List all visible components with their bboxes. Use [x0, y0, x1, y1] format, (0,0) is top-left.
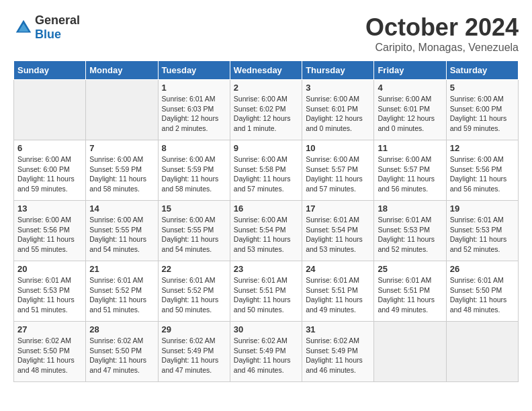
day-number: 26 — [450, 264, 515, 274]
calendar-cell: 28Sunrise: 6:02 AM Sunset: 5:50 PM Dayli… — [86, 322, 158, 382]
week-row-2: 6Sunrise: 6:00 AM Sunset: 6:00 PM Daylig… — [14, 140, 519, 201]
day-number: 2 — [234, 83, 298, 93]
day-info: Sunrise: 6:00 AM Sunset: 6:01 PM Dayligh… — [378, 94, 442, 134]
day-info: Sunrise: 6:01 AM Sunset: 5:53 PM Dayligh… — [450, 215, 515, 255]
day-number: 24 — [306, 264, 370, 274]
day-number: 15 — [162, 203, 226, 214]
day-header-sunday: Sunday — [14, 61, 86, 80]
calendar-cell: 21Sunrise: 6:01 AM Sunset: 5:52 PM Dayli… — [86, 261, 158, 322]
day-number: 31 — [306, 324, 370, 334]
day-number: 3 — [306, 83, 370, 93]
day-header-friday: Friday — [374, 61, 446, 80]
calendar-cell: 3Sunrise: 6:00 AM Sunset: 6:01 PM Daylig… — [302, 80, 374, 140]
day-number: 19 — [450, 203, 515, 214]
calendar-cell: 14Sunrise: 6:00 AM Sunset: 5:55 PM Dayli… — [86, 201, 158, 261]
day-number: 22 — [162, 264, 226, 274]
day-number: 9 — [234, 143, 298, 153]
day-info: Sunrise: 6:00 AM Sunset: 5:57 PM Dayligh… — [306, 154, 370, 194]
calendar-cell — [86, 80, 158, 140]
day-number: 23 — [234, 264, 298, 274]
calendar-cell: 30Sunrise: 6:02 AM Sunset: 5:49 PM Dayli… — [230, 322, 302, 382]
day-info: Sunrise: 6:00 AM Sunset: 5:55 PM Dayligh… — [89, 215, 154, 255]
calendar-cell: 6Sunrise: 6:00 AM Sunset: 6:00 PM Daylig… — [14, 140, 86, 201]
day-info: Sunrise: 6:01 AM Sunset: 5:51 PM Dayligh… — [234, 275, 298, 315]
logo-icon — [13, 17, 34, 38]
calendar-cell — [446, 322, 518, 382]
day-number: 30 — [234, 324, 298, 334]
calendar-cell: 4Sunrise: 6:00 AM Sunset: 6:01 PM Daylig… — [374, 80, 446, 140]
day-number: 21 — [89, 264, 154, 274]
day-info: Sunrise: 6:01 AM Sunset: 5:52 PM Dayligh… — [89, 275, 154, 315]
title-area: October 2024 Caripito, Monagas, Venezuel… — [365, 13, 519, 54]
day-info: Sunrise: 6:02 AM Sunset: 5:50 PM Dayligh… — [89, 336, 154, 375]
day-number: 25 — [378, 264, 442, 274]
calendar-cell: 20Sunrise: 6:01 AM Sunset: 5:53 PM Dayli… — [14, 261, 86, 322]
calendar-cell: 29Sunrise: 6:02 AM Sunset: 5:49 PM Dayli… — [158, 322, 230, 382]
calendar-cell — [374, 322, 446, 382]
day-info: Sunrise: 6:00 AM Sunset: 5:54 PM Dayligh… — [234, 215, 298, 255]
calendar-cell: 17Sunrise: 6:01 AM Sunset: 5:54 PM Dayli… — [302, 201, 374, 261]
calendar-cell: 13Sunrise: 6:00 AM Sunset: 5:56 PM Dayli… — [14, 201, 86, 261]
day-number: 11 — [378, 143, 442, 153]
calendar-cell: 10Sunrise: 6:00 AM Sunset: 5:57 PM Dayli… — [302, 140, 374, 201]
day-info: Sunrise: 6:01 AM Sunset: 5:52 PM Dayligh… — [162, 275, 226, 315]
calendar-cell: 25Sunrise: 6:01 AM Sunset: 5:51 PM Dayli… — [374, 261, 446, 322]
day-number: 6 — [17, 143, 82, 153]
day-info: Sunrise: 6:00 AM Sunset: 5:59 PM Dayligh… — [162, 154, 226, 194]
day-info: Sunrise: 6:02 AM Sunset: 5:49 PM Dayligh… — [162, 336, 226, 375]
calendar-cell: 31Sunrise: 6:02 AM Sunset: 5:49 PM Dayli… — [302, 322, 374, 382]
calendar-cell: 2Sunrise: 6:00 AM Sunset: 6:02 PM Daylig… — [230, 80, 302, 140]
day-info: Sunrise: 6:00 AM Sunset: 6:00 PM Dayligh… — [17, 154, 82, 194]
day-info: Sunrise: 6:01 AM Sunset: 5:54 PM Dayligh… — [306, 215, 370, 255]
day-info: Sunrise: 6:00 AM Sunset: 6:01 PM Dayligh… — [306, 94, 370, 134]
day-number: 28 — [89, 324, 154, 334]
calendar-cell: 26Sunrise: 6:01 AM Sunset: 5:50 PM Dayli… — [446, 261, 518, 322]
day-number: 17 — [306, 203, 370, 214]
week-row-3: 13Sunrise: 6:00 AM Sunset: 5:56 PM Dayli… — [14, 201, 519, 261]
day-info: Sunrise: 6:01 AM Sunset: 5:50 PM Dayligh… — [450, 275, 515, 315]
logo-text-blue: Blue — [35, 28, 61, 41]
week-row-4: 20Sunrise: 6:01 AM Sunset: 5:53 PM Dayli… — [14, 261, 519, 322]
calendar-cell: 27Sunrise: 6:02 AM Sunset: 5:50 PM Dayli… — [14, 322, 86, 382]
day-number: 27 — [17, 324, 82, 334]
day-info: Sunrise: 6:02 AM Sunset: 5:49 PM Dayligh… — [306, 336, 370, 375]
day-number: 7 — [89, 143, 154, 153]
day-number: 4 — [378, 83, 442, 93]
day-info: Sunrise: 6:02 AM Sunset: 5:49 PM Dayligh… — [234, 336, 298, 375]
calendar-cell: 15Sunrise: 6:00 AM Sunset: 5:55 PM Dayli… — [158, 201, 230, 261]
day-info: Sunrise: 6:00 AM Sunset: 5:57 PM Dayligh… — [378, 154, 442, 194]
day-header-tuesday: Tuesday — [158, 61, 230, 80]
calendar-cell: 1Sunrise: 6:01 AM Sunset: 6:03 PM Daylig… — [158, 80, 230, 140]
day-number: 18 — [378, 203, 442, 214]
day-number: 1 — [162, 83, 226, 93]
day-header-thursday: Thursday — [302, 61, 374, 80]
subtitle: Caripito, Monagas, Venezuela — [365, 42, 519, 54]
page-header: General Blue October 2024 Caripito, Mona… — [13, 13, 519, 54]
day-number: 16 — [234, 203, 298, 214]
day-number: 5 — [450, 83, 515, 93]
week-row-5: 27Sunrise: 6:02 AM Sunset: 5:50 PM Dayli… — [14, 322, 519, 382]
logo-text-general: General — [35, 13, 80, 27]
calendar-cell: 12Sunrise: 6:00 AM Sunset: 5:56 PM Dayli… — [446, 140, 518, 201]
day-info: Sunrise: 6:00 AM Sunset: 5:56 PM Dayligh… — [450, 154, 515, 194]
day-info: Sunrise: 6:01 AM Sunset: 5:51 PM Dayligh… — [378, 275, 442, 315]
day-header-saturday: Saturday — [446, 61, 518, 80]
calendar-cell: 8Sunrise: 6:00 AM Sunset: 5:59 PM Daylig… — [158, 140, 230, 201]
day-number: 8 — [162, 143, 226, 153]
calendar-cell: 16Sunrise: 6:00 AM Sunset: 5:54 PM Dayli… — [230, 201, 302, 261]
days-header-row: SundayMondayTuesdayWednesdayThursdayFrid… — [14, 61, 519, 80]
day-number: 12 — [450, 143, 515, 153]
day-header-monday: Monday — [86, 61, 158, 80]
week-row-1: 1Sunrise: 6:01 AM Sunset: 6:03 PM Daylig… — [14, 80, 519, 140]
day-info: Sunrise: 6:00 AM Sunset: 5:58 PM Dayligh… — [234, 154, 298, 194]
calendar-cell: 7Sunrise: 6:00 AM Sunset: 5:59 PM Daylig… — [86, 140, 158, 201]
day-info: Sunrise: 6:00 AM Sunset: 6:00 PM Dayligh… — [450, 94, 515, 134]
day-number: 14 — [89, 203, 154, 214]
day-info: Sunrise: 6:01 AM Sunset: 5:53 PM Dayligh… — [17, 275, 82, 315]
calendar-cell: 22Sunrise: 6:01 AM Sunset: 5:52 PM Dayli… — [158, 261, 230, 322]
day-number: 29 — [162, 324, 226, 334]
day-info: Sunrise: 6:01 AM Sunset: 5:51 PM Dayligh… — [306, 275, 370, 315]
calendar-cell: 19Sunrise: 6:01 AM Sunset: 5:53 PM Dayli… — [446, 201, 518, 261]
calendar-cell: 24Sunrise: 6:01 AM Sunset: 5:51 PM Dayli… — [302, 261, 374, 322]
calendar-cell: 23Sunrise: 6:01 AM Sunset: 5:51 PM Dayli… — [230, 261, 302, 322]
